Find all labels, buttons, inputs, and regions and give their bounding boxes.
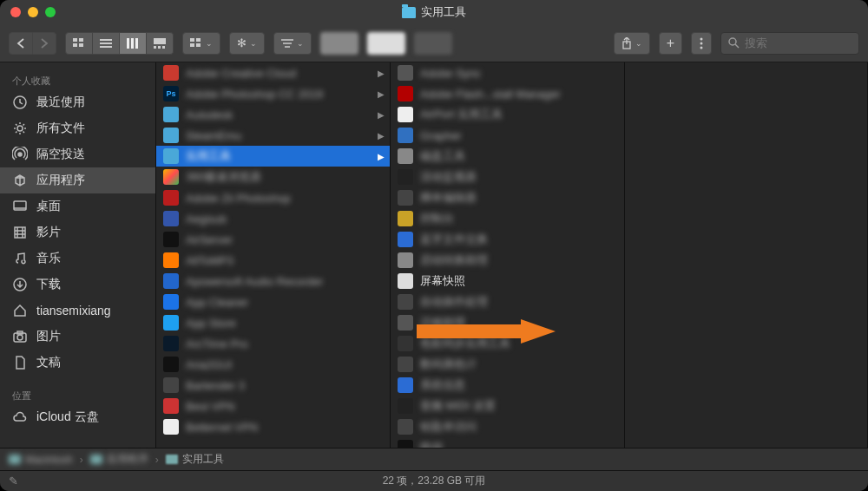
app-icon — [398, 315, 413, 331]
list-item[interactable]: AirServer — [156, 229, 390, 250]
toolbar-obscured-1[interactable] — [320, 32, 358, 55]
zoom-icon[interactable] — [45, 7, 56, 17]
path-segment[interactable]: 实用工具 — [166, 452, 224, 467]
folder-icon — [402, 7, 416, 18]
sidebar-item-music[interactable]: 音乐 — [0, 245, 155, 272]
chevron-down-icon: ⌄ — [250, 39, 257, 48]
list-item[interactable]: Bartender 3 — [156, 375, 390, 396]
status-text: 22 项，23.28 GB 可用 — [383, 474, 486, 488]
list-item[interactable]: Adobe Sync — [391, 62, 624, 83]
app-icon — [398, 273, 413, 289]
list-item[interactable]: Adobe Zii Photoshop — [156, 187, 390, 208]
list-item[interactable]: Betternet VPN — [156, 416, 390, 437]
item-label: 控制台 — [420, 211, 454, 226]
app-icon — [163, 128, 179, 143]
item-label: AirServer — [186, 233, 233, 246]
list-item[interactable]: Aria2GUI — [156, 354, 390, 375]
list-item[interactable]: SteamEmu▶ — [156, 125, 390, 146]
toolbar-obscured-3[interactable] — [414, 32, 452, 55]
column-view-button[interactable] — [120, 32, 147, 55]
list-item[interactable]: Adobe Flash...stall Manager — [391, 83, 624, 104]
svg-rect-16 — [190, 43, 194, 47]
list-item[interactable]: 脚本编辑器 — [391, 187, 624, 208]
back-button[interactable] — [9, 32, 33, 55]
list-item[interactable]: 360极速浏览器 — [156, 167, 390, 187]
list-item[interactable]: App Cleaner — [156, 291, 390, 312]
item-label: 磁盘工具 — [420, 148, 465, 164]
minimize-icon[interactable] — [28, 7, 38, 17]
list-item[interactable]: ArcTime Pro — [156, 333, 390, 354]
share-button[interactable]: ⌄ — [614, 32, 650, 55]
sidebar-item-desktop[interactable]: 桌面 — [0, 193, 155, 219]
item-label: 音频 MIDI 设置 — [420, 398, 496, 414]
list-item[interactable]: PsAdobe Photoshop CC 2019▶ — [156, 83, 390, 104]
sidebar-item-download[interactable]: 下载 — [0, 272, 155, 298]
list-item[interactable]: 活动监视器 — [391, 167, 624, 187]
path-segment[interactable]: Macintosh — [9, 454, 73, 466]
toolbar-obscured-2[interactable] — [367, 32, 405, 55]
sidebar-item-movie[interactable]: 影片 — [0, 219, 155, 245]
column-utilities[interactable]: Adobe SyncAdobe Flash...stall ManagerAir… — [391, 62, 625, 448]
list-view-button[interactable] — [93, 32, 120, 55]
list-item[interactable]: Best VPN — [156, 396, 390, 416]
list-item[interactable]: 迁移助理 — [391, 312, 624, 333]
list-item[interactable]: Apowersoft Audio Recorder — [156, 271, 390, 291]
item-label: Autodesk — [186, 108, 233, 121]
app-icon — [398, 190, 413, 206]
list-item[interactable]: 钥匙串访问 — [391, 416, 624, 437]
app-icon — [398, 148, 413, 164]
close-icon[interactable] — [10, 7, 21, 17]
action-button[interactable]: ✻⌄ — [229, 32, 265, 55]
sidebar-item-doc[interactable]: 文稿 — [0, 350, 155, 376]
arrange-button[interactable]: ⌄ — [273, 32, 312, 55]
list-item[interactable]: 数码测色计 — [391, 354, 624, 375]
sidebar-item-home[interactable]: tiansemixiang — [0, 298, 155, 324]
item-label: Adobe Creative Cloud — [186, 67, 296, 80]
list-item[interactable]: AllToMP3 — [156, 250, 390, 271]
nav-buttons — [9, 32, 56, 55]
list-item[interactable]: 启动转换助理 — [391, 250, 624, 271]
chevron-right-icon: ▶ — [378, 152, 385, 161]
list-item[interactable]: 音频 MIDI 设置 — [391, 396, 624, 416]
list-item[interactable]: 蓝牙文件交换 — [391, 229, 624, 250]
icon-view-button[interactable] — [65, 32, 93, 55]
sidebar-item-gear[interactable]: 所有文件 — [0, 115, 155, 141]
sidebar-item-cloud[interactable]: iCloud 云盘 — [0, 404, 155, 430]
svg-rect-7 — [127, 38, 129, 49]
sidebar-item-label: 所有文件 — [36, 121, 85, 136]
list-item[interactable]: AirPort 实用工具 — [391, 104, 624, 125]
list-item[interactable]: Grapher — [391, 125, 624, 146]
customize-icon[interactable]: ✎ — [9, 475, 18, 488]
search-field[interactable] — [720, 32, 859, 55]
sidebar-item-apps[interactable]: 应用程序 — [0, 167, 155, 193]
path-segment[interactable]: 应用程序 — [90, 452, 148, 467]
list-item[interactable]: App Store — [156, 312, 390, 333]
list-item[interactable]: Adobe Creative Cloud▶ — [156, 62, 390, 83]
list-item[interactable]: 色彩同步实用工具 — [391, 333, 624, 354]
search-input[interactable] — [745, 36, 852, 49]
sidebar-item-camera[interactable]: 图片 — [0, 324, 155, 350]
forward-button[interactable] — [33, 32, 56, 55]
list-item[interactable]: Aegisub — [156, 208, 390, 229]
list-item[interactable]: 屏幕快照 — [391, 271, 624, 291]
list-item[interactable]: Autodesk▶ — [156, 104, 390, 125]
sidebar-item-clock[interactable]: 最近使用 — [0, 89, 155, 115]
list-item[interactable]: 实用工具▶ — [156, 146, 390, 167]
gallery-view-button[interactable] — [147, 32, 174, 55]
svg-point-23 — [700, 42, 703, 44]
svg-rect-0 — [73, 38, 77, 42]
svg-rect-9 — [135, 38, 138, 49]
list-item[interactable]: 系统信息 — [391, 375, 624, 396]
list-item[interactable]: 终端 — [391, 437, 624, 448]
svg-rect-13 — [162, 46, 165, 49]
add-tags-button[interactable]: + — [659, 32, 682, 55]
edit-tags-button[interactable] — [691, 32, 712, 55]
list-item[interactable]: 控制台 — [391, 208, 624, 229]
group-by-button[interactable]: ⌄ — [182, 32, 220, 55]
column-applications[interactable]: Adobe Creative Cloud▶PsAdobe Photoshop C… — [156, 62, 391, 448]
cloud-icon — [12, 409, 28, 425]
app-icon — [398, 107, 413, 122]
sidebar-item-airdrop[interactable]: 隔空投送 — [0, 141, 155, 167]
list-item[interactable]: 自动操作处理 — [391, 291, 624, 312]
list-item[interactable]: 磁盘工具 — [391, 146, 624, 167]
